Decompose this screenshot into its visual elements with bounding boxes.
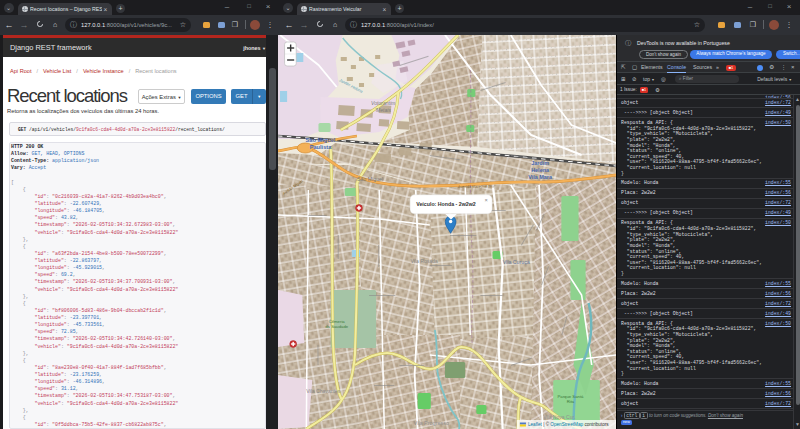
svg-text:'Metais: 'Metais xyxy=(375,107,391,113)
svg-text:Avenida Marechal Tito: Avenida Marechal Tito xyxy=(458,184,494,189)
svg-text:Jardim: Jardim xyxy=(531,160,549,166)
svg-text:Helena: Helena xyxy=(531,167,550,173)
svg-text:Vila Nova Cur.: Vila Nova Cur. xyxy=(543,414,575,420)
svg-text:São Miguel: São Miguel xyxy=(306,137,336,143)
svg-text:Vila Progresso: Vila Progresso xyxy=(414,420,449,426)
svg-text:da Saudade: da Saudade xyxy=(325,324,349,329)
svg-text:Veículo: Honda - 2w2w2: Veículo: Honda - 2w2w2 xyxy=(416,202,476,208)
svg-text:Votorantim: Votorantim xyxy=(371,100,395,106)
svg-text:São Miguel: São Miguel xyxy=(357,176,383,182)
svg-text:Vila Mara: Vila Mara xyxy=(528,174,553,180)
svg-text:Vila Curuçá: Vila Curuçá xyxy=(503,259,530,265)
svg-text:Vila Rosada: Vila Rosada xyxy=(411,258,438,264)
svg-text:Paulista: Paulista xyxy=(310,144,333,150)
svg-text:×: × xyxy=(484,197,487,203)
svg-text:Leaflet | © OpenStreetMap cont: Leaflet | © OpenStreetMap contributors xyxy=(528,422,609,428)
svg-text:Vila Chavantes: Vila Chavantes xyxy=(306,388,340,394)
svg-text:Rita: Rita xyxy=(567,399,575,404)
